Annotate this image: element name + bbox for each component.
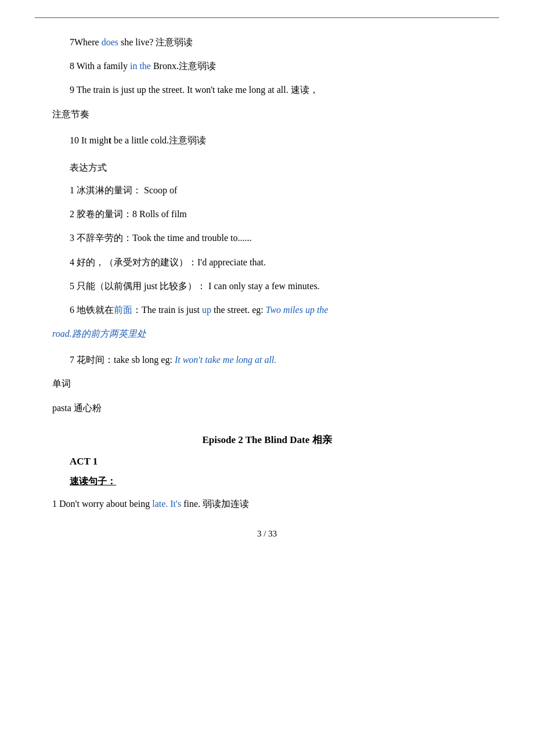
expression-6-cont: road.路的前方两英里处 (52, 326, 499, 341)
expression-7: 7 花时间：take sb long eg: It won't take me … (70, 352, 499, 368)
expression-3: 3 不辞辛劳的：Took the time and trouble to....… (70, 230, 499, 246)
exp6-street: the street. (211, 305, 252, 315)
sentence-10: 10 It might be a little cold.注意弱读 (70, 132, 499, 148)
exp4-text: 4 好的，（承受对方的建议）：I'd appreciate that. (70, 257, 266, 267)
expression-4: 4 好的，（承受对方的建议）：I'd appreciate that. (70, 254, 499, 270)
sentence-9-number: 9 (70, 85, 77, 95)
last-s1-rest: fine. 弱读加连读 (181, 499, 249, 509)
page-number: 3 / 33 (35, 529, 499, 539)
sentence-7-text1: Where (74, 37, 102, 47)
exp6-road: road. (52, 329, 72, 339)
exp7-eg-text: It won't take me long at all. (175, 355, 276, 365)
expression-1: 1 冰淇淋的量词： Scoop of (70, 182, 499, 198)
exp3-text: 3 不辞辛劳的：Took the time and trouble to....… (70, 233, 252, 243)
sentence-10-text: be a little cold.注意弱读 (111, 135, 206, 145)
sentence-7-number: 7 (70, 37, 74, 47)
section-expressions-title: 表达方式 (70, 162, 499, 174)
exp6-num: 6 地铁就在 (70, 305, 114, 315)
exp1-num: 1 冰淇淋的量词： Scoop of (70, 185, 177, 195)
top-divider (35, 17, 499, 18)
last-s1-num: 1 Don't worry about being (52, 499, 152, 509)
exp7-eg-label: eg: (158, 355, 175, 365)
sentence-8-text2: Bronx.注意弱读 (151, 61, 216, 71)
sentence-8-in-the: in the (130, 61, 151, 71)
exp2-text: 2 胶卷的量词：8 Rolls of film (70, 209, 187, 219)
sentence-9: 9 The train is just up the street. It wo… (70, 82, 499, 98)
sentence-8: 8 With a family in the Bronx.注意弱读 (70, 58, 499, 74)
vocab-pasta: pasta 通心粉 (52, 400, 499, 416)
last-s1-blue: late. It's (152, 499, 181, 509)
sentence-7-text2: she live? 注意弱读 (118, 37, 193, 47)
note-rhythm: 注意节奏 (52, 106, 499, 122)
exp5-text: 5 只能（以前偶用 just 比较多）： I can only stay a f… (70, 281, 320, 291)
vocab-title-text: 单词 (52, 379, 71, 388)
expression-6: 6 地铁就在前面：The train is just up the street… (70, 302, 499, 318)
sentence-7: 7Where does she live? 注意弱读 (70, 34, 499, 50)
vocab-pasta-word: pasta 通心粉 (52, 403, 102, 413)
expression-2: 2 胶卷的量词：8 Rolls of film (70, 206, 499, 222)
exp6-cn-blue: 前面 (114, 305, 132, 315)
last-sentence-1: 1 Don't worry about being late. It's fin… (52, 496, 499, 512)
sentence-8-number: 8 (70, 61, 77, 71)
vocab-title: 单词 (52, 376, 499, 391)
exp6-up: up (202, 305, 211, 315)
page: 7Where does she live? 注意弱读 8 With a fami… (0, 0, 534, 756)
speed-read-title: 速读句子： (70, 476, 499, 488)
sentence-8-text1: With a family (77, 61, 130, 71)
exp7-cn: 7 花时间：take sb long (70, 355, 158, 365)
expression-5: 5 只能（以前偶用 just 比较多）： I can only stay a f… (70, 278, 499, 294)
sentence-10-number: 10 It migh (70, 135, 109, 145)
exp6-eg: eg: (252, 305, 266, 315)
note-rhythm-text: 注意节奏 (52, 109, 89, 119)
act-title: ACT 1 (70, 456, 499, 467)
exp6-colon: ：The train is just (132, 305, 202, 315)
episode-title: Episode 2 The Blind Date 相亲 (35, 433, 499, 447)
sentence-9-text: The train is just up the street. It won'… (77, 85, 319, 95)
exp6-eg-text: Two miles up the (266, 305, 329, 315)
exp6-cn-translation: 路的前方两英里处 (72, 329, 146, 339)
sentence-7-does: does (102, 37, 118, 47)
